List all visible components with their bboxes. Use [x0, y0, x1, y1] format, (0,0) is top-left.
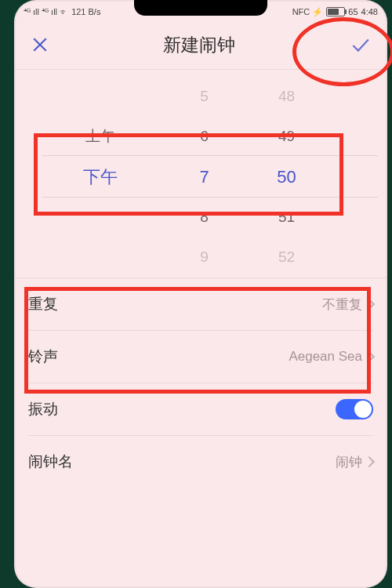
alarm-name-label: 闹钟名 — [28, 452, 73, 472]
clock-time: 4:48 — [361, 7, 378, 16]
settings-list: 重复 不重复 铃声 Aegean Sea 振动 闹钟名 闹钟 — [14, 278, 387, 488]
row-alarm-name[interactable]: 闹钟名 闹钟 — [28, 436, 373, 488]
min-selected: 50 — [249, 157, 324, 197]
page-title: 新建闹钟 — [163, 33, 235, 57]
battery-icon — [326, 7, 345, 16]
picker-col-ampm[interactable]: 上午 下午 — [57, 70, 143, 278]
chevron-right-icon — [364, 299, 375, 310]
picker-col-hour[interactable]: 5 6 7 8 9 — [167, 70, 241, 278]
alarm-name-value: 闹钟 — [336, 453, 362, 471]
device-notch — [134, 0, 267, 16]
vibrate-label: 振动 — [28, 399, 58, 419]
hour-p2: 9 — [167, 238, 241, 278]
hour-p1: 8 — [167, 197, 241, 237]
ringtone-label: 铃声 — [28, 347, 58, 367]
min-p1: 51 — [249, 197, 324, 237]
row-ringtone[interactable]: 铃声 Aegean Sea — [28, 331, 373, 383]
chevron-right-icon — [364, 351, 375, 362]
row-repeat[interactable]: 重复 不重复 — [28, 278, 373, 331]
net-speed: 121 B/s — [71, 7, 100, 16]
ampm-selected: 下午 — [57, 157, 143, 197]
ringtone-value: Aegean Sea — [289, 349, 362, 365]
min-m1: 49 — [249, 116, 324, 156]
vibrate-toggle[interactable] — [336, 399, 373, 419]
signal-icon: ⁴ᴳ ıll ⁴ᴳ ıll ᯤ — [24, 7, 68, 17]
header-bar: 新建闹钟 — [14, 20, 387, 70]
hour-selected: 7 — [167, 157, 241, 197]
row-vibrate: 振动 — [28, 383, 373, 436]
close-icon[interactable] — [31, 36, 49, 53]
hour-m1: 6 — [167, 116, 241, 156]
min-p2: 52 — [249, 238, 324, 278]
chevron-right-icon — [364, 456, 375, 467]
repeat-label: 重复 — [28, 294, 58, 314]
time-picker[interactable]: 上午 下午 5 6 7 8 9 48 49 50 51 52 — [14, 70, 387, 278]
ampm-prev: 上午 — [57, 116, 143, 156]
nfc-icon: NFC ⚡ — [292, 7, 324, 17]
hour-m2: 5 — [167, 76, 241, 116]
battery-pct: 65 — [348, 7, 358, 16]
repeat-value: 不重复 — [322, 296, 362, 314]
confirm-icon[interactable] — [350, 34, 370, 55]
min-m2: 48 — [249, 76, 324, 116]
picker-col-minute[interactable]: 48 49 50 51 52 — [249, 70, 324, 278]
